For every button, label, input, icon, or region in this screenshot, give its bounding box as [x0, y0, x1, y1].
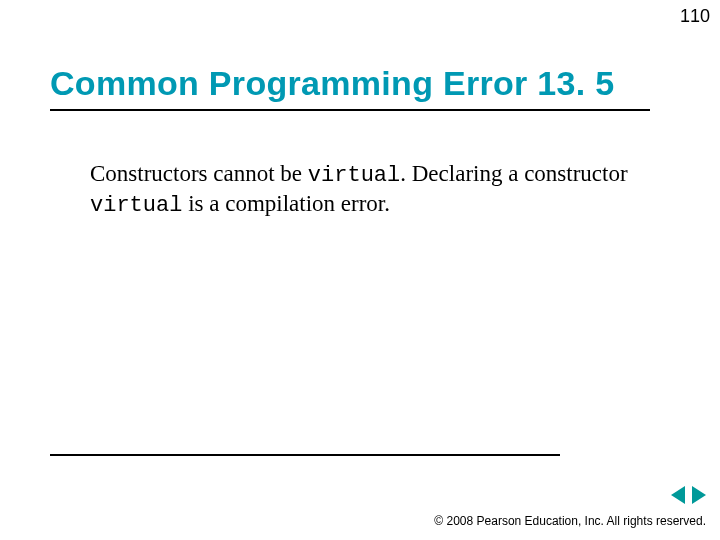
prev-slide-icon[interactable]: [671, 486, 685, 504]
copyright-text: © 2008 Pearson Education, Inc. All right…: [434, 514, 706, 528]
body-text: Constructors cannot be virtual. Declarin…: [90, 160, 630, 219]
bottom-rule: [50, 454, 560, 456]
page-number: 110: [680, 6, 710, 27]
code-keyword: virtual: [90, 193, 182, 218]
title-underline: [50, 109, 650, 111]
next-slide-icon[interactable]: [692, 486, 706, 504]
slide-nav: [668, 486, 706, 508]
footer: © 2008 Pearson Education, Inc. All right…: [434, 514, 706, 528]
body-fragment: is a compilation error.: [182, 191, 390, 216]
slide-title: Common Programming Error 13. 5: [50, 64, 650, 103]
body-fragment: Constructors cannot be: [90, 161, 308, 186]
title-block: Common Programming Error 13. 5: [50, 64, 650, 111]
body-fragment: . Declaring a constructor: [400, 161, 627, 186]
code-keyword: virtual: [308, 163, 400, 188]
